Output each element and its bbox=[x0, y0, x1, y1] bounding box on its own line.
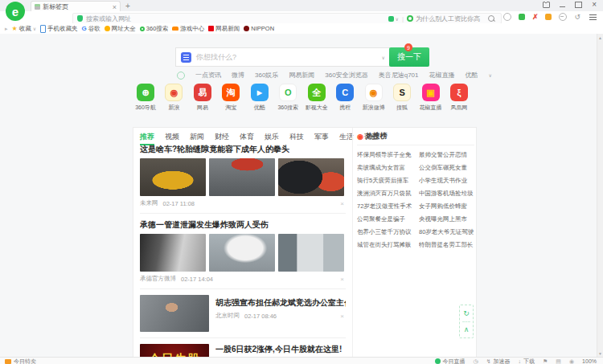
green-extension-icon[interactable] bbox=[519, 14, 525, 20]
bookmarks-expander-icon[interactable]: ▸ bbox=[5, 26, 8, 32]
hot-search-item[interactable]: 澳洲消灭百万只袋鼠 bbox=[357, 190, 412, 198]
daily-deals[interactable]: 今日特卖 bbox=[5, 358, 36, 364]
menu-icon[interactable] bbox=[589, 14, 597, 20]
hot-search-item[interactable]: 央视曝光网上黑市 bbox=[419, 215, 474, 223]
plugin-green-icon[interactable] bbox=[388, 16, 394, 22]
hot-search-item[interactable]: 包养小三签千万协议 bbox=[357, 228, 412, 236]
ad-title[interactable]: 一股6日获2涨停,今日牛股就在这里! bbox=[215, 344, 346, 355]
news-thumbnail[interactable] bbox=[278, 234, 344, 272]
news-thumbnail[interactable] bbox=[278, 158, 344, 196]
accelerator[interactable]: ↯ 加速器 bbox=[486, 358, 511, 364]
news-thumbnail[interactable] bbox=[209, 234, 275, 272]
minimize-button[interactable] bbox=[560, 6, 565, 7]
hot-search-item[interactable]: 小学生现天书作业 bbox=[419, 177, 474, 185]
address-placeholder[interactable]: 搜索或输入网址 bbox=[86, 14, 388, 23]
chevron-down-icon[interactable]: ∨ bbox=[382, 55, 385, 60]
hot-word[interactable]: 奥音尼迪q701 bbox=[379, 71, 419, 80]
hot-search-item[interactable]: 女子网购低价蜂蜜 bbox=[419, 202, 474, 211]
app-taobao[interactable]: 淘 淘宝 bbox=[217, 84, 244, 112]
app-movies[interactable]: 全 影视大全 bbox=[303, 84, 330, 112]
hot-search-item[interactable]: 最帅交警公开恋情 bbox=[419, 151, 474, 159]
hot-word[interactable]: 花椒直播 bbox=[429, 71, 455, 80]
app-netease[interactable]: 易 网易 bbox=[189, 84, 216, 112]
ad-banner-thumbnail[interactable]: 今日牛股 股市有风险,入市需谨慎 bbox=[140, 344, 209, 358]
app-sohu[interactable]: S 搜狐 bbox=[388, 84, 416, 112]
hot-search-suggestion[interactable]: 为什么别人工资比你高 bbox=[416, 14, 480, 23]
news-title[interactable]: 这是啥车?轮胎缝隙竟能容下成年人的拳头 bbox=[140, 144, 346, 155]
dismiss-icon[interactable]: × bbox=[340, 313, 344, 320]
downloads[interactable]: ↓ 下载 bbox=[519, 358, 535, 364]
search-input[interactable]: 你想找什么? bbox=[196, 52, 382, 63]
news-thumbnail[interactable] bbox=[140, 234, 206, 272]
hot-search-item[interactable]: 72岁老汉做变性手术 bbox=[357, 202, 412, 211]
news-title[interactable]: 胡志强宣布担任郝龙斌竞选办公室主任 bbox=[215, 297, 346, 309]
bookmark-google[interactable]: G 谷歌 bbox=[82, 25, 100, 33]
globe-extension-icon[interactable] bbox=[503, 13, 511, 21]
page-search-box[interactable]: 你想找什么? ∨ bbox=[175, 47, 390, 67]
app-ifeng[interactable]: ξ 凤凰网 bbox=[445, 84, 473, 112]
hot-word[interactable]: 微博 bbox=[232, 71, 244, 80]
maximize-button[interactable] bbox=[575, 2, 582, 8]
bookmark-site-directory[interactable]: 网址大全 bbox=[105, 25, 136, 33]
hot-search-item[interactable]: 特朗普提名劳工部长 bbox=[419, 241, 474, 249]
refresh-feed-icon[interactable]: ↻ bbox=[463, 309, 470, 317]
adblock-icon[interactable] bbox=[559, 13, 567, 21]
news-thumbnail[interactable] bbox=[140, 295, 209, 332]
bookmark-nippon[interactable]: NIPPON bbox=[244, 25, 274, 32]
hot-word[interactable]: 网易新闻 bbox=[289, 71, 314, 80]
hot-search-item[interactable]: 卖玻璃成为女首富 bbox=[357, 164, 412, 172]
app-360-nav[interactable]: ⊕ 360导航 bbox=[132, 84, 159, 112]
hot-word[interactable]: 一点资讯 bbox=[195, 71, 221, 80]
hot-word[interactable]: 360娱乐 bbox=[255, 71, 278, 80]
app-weibo[interactable]: ◉ 新浪微博 bbox=[360, 84, 388, 112]
bookmark-phone-favorites[interactable]: 手机收藏夹 bbox=[40, 25, 78, 33]
news-item[interactable]: 承德一管道泄漏发生爆炸致两人受伤 承德官方微博 02-17 14:04 × bbox=[140, 219, 346, 283]
hot-search-item[interactable]: 中国游客机场捡垃圾 bbox=[419, 190, 474, 198]
refresh-hotwords-icon[interactable] bbox=[177, 72, 185, 80]
news-item[interactable]: 这是啥车?轮胎缝隙竟能容下成年人的拳头 未来网 02-17 11:08 × bbox=[140, 144, 346, 207]
app-sina[interactable]: ◉ 新浪 bbox=[160, 84, 187, 112]
zoom-level[interactable]: 100% bbox=[582, 358, 597, 364]
hot-search-item[interactable]: 80岁老大爷无证驾驶 bbox=[419, 228, 474, 236]
news-thumbnail[interactable] bbox=[140, 158, 206, 196]
snapshot-icon[interactable]: ▤ bbox=[556, 358, 561, 364]
hot-search-item[interactable]: 公司聚餐全是骗子 bbox=[357, 215, 412, 223]
skin-theme-icon[interactable] bbox=[543, 2, 550, 8]
dismiss-icon[interactable]: × bbox=[340, 200, 344, 207]
app-360-search[interactable]: O 360搜索 bbox=[274, 84, 302, 112]
hot-search-item[interactable]: 环保局领导班子全免 bbox=[357, 151, 412, 159]
ad-item[interactable]: 今日牛股 股市有风险,入市需谨慎 一股6日获2涨停,今日牛股就在这里! 跟着老师… bbox=[140, 344, 346, 358]
flag-icon[interactable]: ⚑ bbox=[543, 358, 548, 364]
flash-block-icon[interactable]: ✗ bbox=[532, 13, 539, 21]
news-thumbnail[interactable] bbox=[209, 158, 275, 196]
tab-close-icon[interactable]: × bbox=[113, 3, 117, 11]
back-to-top-icon[interactable]: ∧ bbox=[464, 325, 470, 333]
hot-search-item[interactable]: 骑行5天疲劳后撞车 bbox=[357, 177, 412, 185]
new-tab-button[interactable]: + bbox=[125, 2, 130, 10]
hot-word[interactable]: 优酷 bbox=[466, 71, 478, 80]
chevron-down-icon[interactable]: ∨ bbox=[396, 16, 399, 22]
bookmark-game-center[interactable]: 游戏中心 bbox=[172, 25, 204, 33]
bookmark-360-search[interactable]: 360搜索 bbox=[140, 25, 169, 33]
hot-search-item[interactable]: 城管在街头打骂摊贩 bbox=[357, 241, 412, 249]
news-title[interactable]: 承德一管道泄漏发生爆炸致两人受伤 bbox=[140, 219, 346, 231]
scroll-up-icon[interactable]: ▲ bbox=[598, 35, 602, 40]
hot-word[interactable]: 360安全浏览器 bbox=[325, 71, 367, 80]
history-clock-icon[interactable]: ◷ bbox=[474, 358, 478, 364]
search-icon[interactable] bbox=[488, 15, 494, 22]
app-huajiao[interactable]: ▣ 花椒直播 bbox=[417, 84, 445, 112]
bookmark-netease-news[interactable]: 网易新闻 bbox=[208, 25, 240, 33]
dismiss-icon[interactable]: × bbox=[340, 276, 344, 283]
app-ctrip[interactable]: C 携程 bbox=[331, 84, 359, 112]
orange-extension-icon[interactable] bbox=[545, 14, 552, 20]
scroll-down-icon[interactable]: ▼ bbox=[598, 351, 602, 356]
browser-logo-icon[interactable]: e bbox=[6, 2, 25, 21]
chevron-down-icon[interactable]: ∨ bbox=[489, 72, 492, 78]
close-window-button[interactable]: × bbox=[592, 2, 597, 8]
browser-tab[interactable]: 新标签页 × bbox=[31, 1, 121, 12]
news-item[interactable]: 胡志强宣布担任郝龙斌竞选办公室主任 北京时间 02-17 08:46 × bbox=[140, 295, 346, 332]
address-bar[interactable]: 搜索或输入网址 ∨ | 为什么别人工资比你高 bbox=[72, 13, 502, 24]
app-youku[interactable]: ▶ 优酷 bbox=[246, 84, 273, 112]
sound-icon[interactable]: ◉ bbox=[569, 358, 574, 364]
live-today[interactable]: 今日直播 bbox=[435, 358, 466, 364]
